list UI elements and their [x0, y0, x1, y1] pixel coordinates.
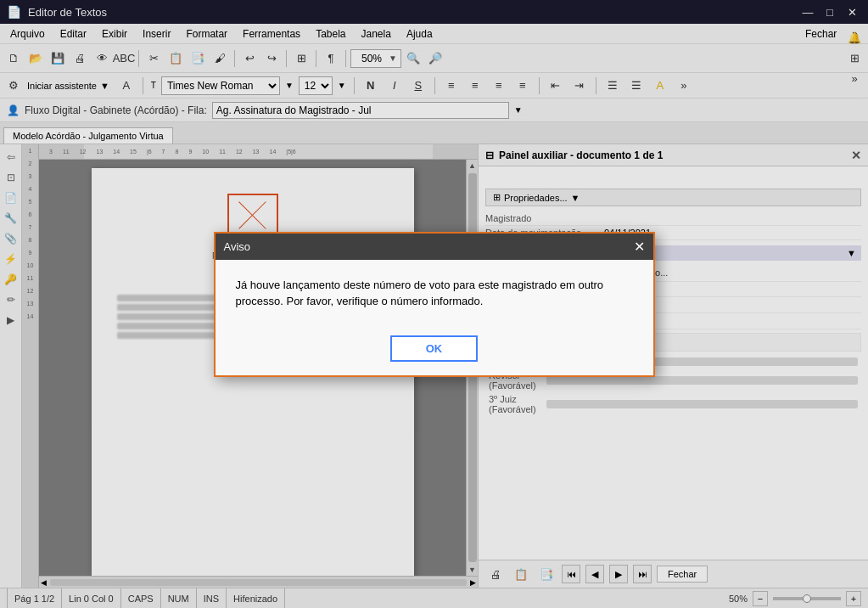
dialog-title: Aviso — [224, 240, 251, 253]
dialog-close-button[interactable]: ✕ — [634, 239, 645, 255]
dialog-message: Já houve lançamento deste número de voto… — [236, 279, 604, 308]
dialog-footer: OK — [216, 327, 653, 375]
dialog-titlebar: Aviso ✕ — [216, 234, 653, 260]
aviso-dialog: Aviso ✕ Já houve lançamento deste número… — [214, 232, 655, 377]
dialog-overlay: Aviso ✕ Já houve lançamento deste número… — [0, 0, 868, 608]
dialog-body: Já houve lançamento deste número de voto… — [216, 260, 653, 327]
dialog-ok-button[interactable]: OK — [390, 335, 479, 362]
